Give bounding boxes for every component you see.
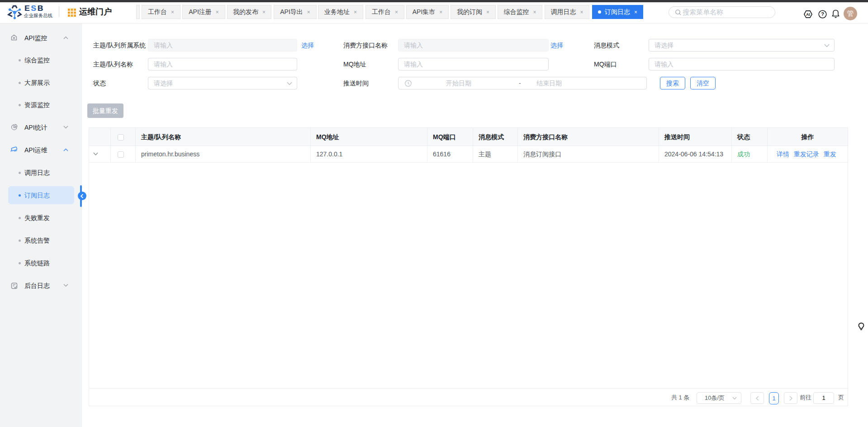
svg-text:?: ?: [821, 11, 824, 17]
svg-text:AI: AI: [806, 12, 810, 17]
